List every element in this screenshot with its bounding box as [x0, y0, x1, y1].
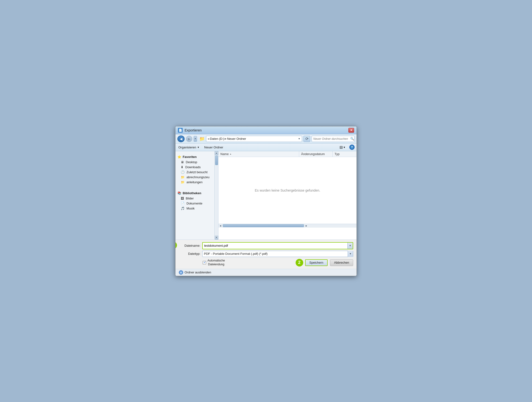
downloads-icon: ⬇ — [181, 165, 183, 169]
refresh-icon: ⟳ — [305, 136, 309, 141]
recent-icon: 🕐 — [181, 170, 184, 174]
breadcrumb-root[interactable]: Daten (D:) — [210, 137, 224, 141]
breadcrumb-dropdown-icon[interactable]: ▼ — [298, 137, 300, 140]
libraries-icon: 📚 — [177, 191, 181, 195]
musik-label: Musik — [186, 207, 195, 210]
search-input[interactable] — [313, 137, 349, 141]
favorites-star-icon: ⭐ — [177, 155, 181, 159]
filetype-label: Dateityp: — [179, 252, 200, 255]
anleitungen-label: anleitungen — [186, 180, 203, 184]
recent-label: Zuletzt besucht — [186, 170, 208, 174]
filetype-dropdown-button[interactable]: ▼ — [348, 251, 353, 257]
organize-button[interactable]: Organisieren ▼ — [177, 145, 200, 150]
col-type-label: Typ — [335, 152, 340, 156]
export-dialog: 📄 Exportieren ✕ ◀ ▶ ▼ 📁 « Daten (D:) ▶ N… — [175, 126, 357, 276]
folder-toggle-label: Ordner ausblenden — [184, 271, 211, 274]
sidebar-item-dokumente[interactable]: 📄 Dokumente — [176, 201, 218, 206]
filename-row: 1 Dateiname: ▼ — [179, 242, 353, 249]
nav-folder-icon: 📁 — [199, 136, 205, 142]
search-bar[interactable]: 🔍 — [312, 136, 355, 142]
breadcrumb-path: « Daten (D:) ▶ Neuer Ordner — [208, 137, 246, 141]
sidebar: ⭐ Favoriten 🖥 Desktop ⬇ Downloads 🕐 Zule… — [176, 151, 218, 240]
desktop-label: Desktop — [186, 160, 197, 164]
hscroll-right-arrow[interactable]: ▶ — [305, 225, 308, 227]
desktop-icon: 🖥 — [181, 160, 184, 164]
col-date-label: Änderungsdatum — [301, 152, 325, 156]
save-button[interactable]: Speichern — [305, 259, 328, 266]
title-bar-left: 📄 Exportieren — [178, 128, 202, 133]
abrechnungszeug-label: abrechnungszeu — [186, 175, 209, 179]
favorites-label: ⭐ Favoriten — [176, 154, 218, 160]
breadcrumb-separator: ▶ — [225, 137, 227, 140]
view-icon: ⊟ — [340, 145, 343, 150]
file-list: Name ▲ Änderungsdatum Typ Es wurden kein… — [218, 151, 356, 240]
sidebar-item-musik[interactable]: 🎵 Musik — [176, 206, 218, 211]
action-row: ✓ AutomatischeDateiendung 2 Speichern Ab… — [179, 259, 353, 266]
musik-icon: 🎵 — [181, 207, 184, 210]
back-button[interactable]: ◀ — [177, 136, 184, 142]
new-folder-button[interactable]: Neuer Ordner — [203, 145, 224, 150]
footer-row: ▲ Ordner ausblenden — [176, 269, 356, 276]
hscroll-left-arrow[interactable]: ◀ — [219, 225, 222, 227]
filename-dropdown-button[interactable]: ▼ — [348, 243, 353, 249]
bilder-label: Bilder — [186, 197, 194, 200]
hscroll-thumb[interactable] — [223, 224, 304, 227]
breadcrumb-folder[interactable]: Neuer Ordner — [227, 137, 246, 141]
dialog-title: Exportieren — [184, 128, 202, 132]
close-button[interactable]: ✕ — [348, 128, 354, 133]
auto-extension-checkbox[interactable]: ✓ — [203, 261, 206, 264]
cancel-label: Abbrechen — [334, 261, 349, 264]
forward-button[interactable]: ▶ — [186, 136, 192, 142]
help-button[interactable]: ? — [349, 145, 355, 150]
nav-history-dropdown[interactable]: ▼ — [194, 136, 197, 142]
libraries-section: 📚 Bibliotheken 🖼 Bilder 📄 Dokumente 🎵 Mu… — [176, 189, 218, 212]
filetype-row: Dateityp: PDF - Portable Document Format… — [179, 251, 353, 257]
anleitungen-icon: 📁 — [181, 180, 184, 184]
sort-arrow-icon: ▲ — [230, 153, 232, 155]
filename-input[interactable] — [203, 243, 348, 249]
bottom-section: 1 Dateiname: ▼ Dateityp: PDF - Portable … — [176, 240, 356, 269]
col-header-type[interactable]: Typ — [333, 151, 356, 157]
abrechnungszeug-icon: 📁 — [181, 175, 184, 179]
filetype-select-wrapper[interactable]: PDF - Portable Document Format (.pdf) (*… — [202, 251, 353, 257]
checkbox-check-icon: ✓ — [203, 261, 206, 264]
sidebar-item-bilder[interactable]: 🖼 Bilder — [176, 196, 218, 201]
filename-dropdown-icon: ▼ — [349, 244, 351, 247]
sidebar-scrollbar[interactable]: ▲ ▼ — [215, 151, 218, 240]
save-label: Speichern — [310, 261, 323, 264]
sidebar-item-abrechnungszeug[interactable]: 📁 abrechnungszeu — [176, 175, 218, 180]
scroll-down-arrow[interactable]: ▼ — [215, 236, 218, 240]
sidebar-item-recent[interactable]: 🕐 Zuletzt besucht — [176, 170, 218, 175]
view-button[interactable]: ⊟ ▼ — [339, 145, 347, 150]
col-header-name[interactable]: Name ▲ — [218, 151, 299, 157]
scroll-up-arrow[interactable]: ▲ — [215, 151, 218, 155]
filetype-value: PDF - Portable Document Format (.pdf) (*… — [203, 252, 348, 255]
sidebar-item-desktop[interactable]: 🖥 Desktop — [176, 160, 218, 165]
auto-extension-wrapper: ✓ AutomatischeDateiendung — [203, 259, 225, 266]
horizontal-scrollbar[interactable]: ◀ ▶ — [218, 224, 356, 228]
toolbar: Organisieren ▼ Neuer Ordner ⊟ ▼ ? — [176, 144, 356, 151]
col-name-label: Name — [220, 152, 229, 156]
auto-extension-label: AutomatischeDateiendung — [208, 259, 225, 266]
breadcrumb-bar[interactable]: « Daten (D:) ▶ Neuer Ordner ▼ — [206, 136, 302, 142]
empty-message-text: Es wurden keine Suchergebnisse gefunden. — [255, 188, 320, 192]
sidebar-item-downloads[interactable]: ⬇ Downloads — [176, 165, 218, 170]
organize-label: Organisieren — [178, 146, 196, 149]
forward-icon: ▶ — [188, 137, 190, 141]
bilder-icon: 🖼 — [181, 197, 184, 200]
back-icon: ◀ — [180, 137, 183, 141]
libraries-text: Bibliotheken — [183, 191, 201, 195]
toggle-arrow-icon: ▲ — [179, 270, 183, 275]
cancel-button[interactable]: Abbrechen — [330, 259, 353, 266]
scroll-thumb[interactable] — [215, 155, 218, 165]
filename-input-wrapper: ▼ — [202, 242, 353, 249]
refresh-button[interactable]: ⟳ — [304, 136, 310, 142]
sidebar-item-anleitungen[interactable]: 📁 anleitungen — [176, 180, 218, 185]
folder-toggle-button[interactable]: ▲ Ordner ausblenden — [179, 270, 211, 275]
col-header-date[interactable]: Änderungsdatum — [299, 151, 333, 157]
filename-label: Dateiname: — [179, 244, 200, 247]
search-icon: 🔍 — [350, 137, 354, 141]
badge-2: 2 — [296, 259, 303, 266]
libraries-label: 📚 Bibliotheken — [176, 190, 218, 196]
view-dropdown-icon: ▼ — [343, 146, 346, 149]
